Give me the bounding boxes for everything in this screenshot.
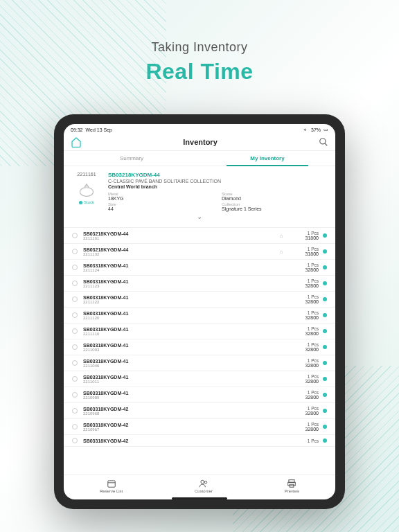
- calendar-icon: [107, 479, 116, 488]
- stone-value: Diamond: [222, 196, 327, 201]
- row-id: 2211161: [83, 236, 278, 240]
- row-sku: SB03218KYGDM-44: [83, 247, 278, 252]
- screen: 09:32 Wed 13 Sep ᯤ 37% ▭ Inventory Summa…: [64, 124, 335, 499]
- inventory-list[interactable]: SB03218KYGDM-442211161⌂1 Pcs31800SB03218…: [64, 228, 335, 475]
- status-dot-icon: [323, 329, 327, 333]
- tab-my-inventory[interactable]: My Inventory: [200, 151, 335, 166]
- row-id: 2210968: [83, 411, 278, 416]
- radio-icon[interactable]: [72, 312, 78, 318]
- radio-icon[interactable]: [72, 281, 78, 286]
- svg-point-2: [80, 188, 93, 197]
- row-sku: SB03318KYGDM-41: [83, 375, 278, 380]
- battery-pct: 37%: [311, 127, 321, 132]
- row-id: 2210967: [83, 427, 278, 432]
- row-sku: SB03318KYGDM-41: [83, 327, 278, 332]
- radio-icon[interactable]: [72, 438, 78, 443]
- radio-icon[interactable]: [72, 296, 78, 302]
- preview-button[interactable]: Preview: [285, 479, 299, 493]
- radio-icon[interactable]: [72, 233, 78, 238]
- row-price: 31800: [284, 251, 319, 256]
- home-indicator: [172, 497, 227, 499]
- customer-label: Customer: [195, 489, 213, 493]
- item-detail-card: 2211161 Stock SB03218KYGDM-44 C-CLASSIC …: [64, 166, 335, 228]
- list-item[interactable]: SB03218KYGDM-442211132⌂1 Pcs31800: [64, 244, 335, 260]
- row-sku: SB03318KYGDM-42: [83, 407, 278, 411]
- radio-icon[interactable]: [72, 376, 78, 382]
- status-dot-icon: [323, 233, 327, 238]
- list-item[interactable]: SB03318KYGDM-4122109891 Pcs32800: [64, 387, 335, 403]
- radio-icon[interactable]: [72, 392, 78, 398]
- home-icon[interactable]: [71, 136, 82, 148]
- status-date: Wed 13 Sep: [86, 127, 112, 132]
- row-sku: SB03218KYGDM-44: [83, 231, 278, 236]
- list-item[interactable]: SB03318KYGDM-4122110111 Pcs32800: [64, 371, 335, 387]
- list-item[interactable]: SB03318KYGDM-4122111241 Pcs32800: [64, 260, 335, 276]
- reserve-label: Reserve List: [100, 489, 123, 493]
- list-item[interactable]: SB03218KYGDM-442211161⌂1 Pcs31800: [64, 228, 335, 244]
- svg-point-6: [204, 481, 207, 484]
- wifi-icon: ᯤ: [303, 127, 308, 132]
- reserve-list-button[interactable]: Reserve List: [100, 479, 123, 493]
- status-dot-icon: [323, 313, 327, 317]
- metal-value: 18KYG: [108, 196, 213, 201]
- list-item[interactable]: SB03318KYGDM-4122111221 Pcs32800: [64, 292, 335, 308]
- page-title: Inventory: [183, 138, 218, 146]
- row-pcs: 1 Pcs: [284, 294, 319, 299]
- customer-button[interactable]: Customer: [195, 479, 213, 493]
- row-price: 32800: [284, 427, 319, 432]
- battery-icon: ▭: [323, 127, 328, 132]
- detail-sku: SB03218KYGDM-44: [108, 172, 327, 178]
- row-price: 32800: [284, 315, 319, 320]
- status-time: 09:32: [71, 127, 83, 132]
- row-price: 32800: [284, 363, 319, 368]
- preview-label: Preview: [285, 489, 299, 493]
- row-price: 32800: [284, 379, 319, 384]
- list-item[interactable]: SB03318KYGDM-4122111201 Pcs32800: [64, 308, 335, 323]
- row-pcs: 1 Pcs: [284, 374, 319, 379]
- row-sku: SB03318KYGDM-42: [83, 438, 278, 443]
- status-dot-icon: [323, 438, 327, 443]
- radio-icon[interactable]: [72, 360, 78, 366]
- list-item[interactable]: SB03318KYGDM-421 Pcs: [64, 435, 335, 447]
- row-id: 2211011: [83, 380, 278, 384]
- status-dot-icon: [323, 361, 327, 365]
- tabs: Summary My Inventory: [64, 151, 335, 166]
- radio-icon[interactable]: [72, 249, 78, 254]
- svg-rect-3: [107, 481, 115, 487]
- chevron-down-icon[interactable]: ⌄: [72, 211, 327, 222]
- list-item[interactable]: SB03318KYGDM-4222109671 Pcs32800: [64, 419, 335, 435]
- row-pcs: 1 Pcs: [284, 438, 319, 443]
- status-dot-icon: [323, 297, 327, 301]
- radio-icon[interactable]: [72, 328, 78, 334]
- list-item[interactable]: SB03318KYGDM-4122110931 Pcs32800: [64, 339, 335, 355]
- status-dot-icon: [323, 393, 327, 397]
- radio-icon[interactable]: [72, 265, 78, 270]
- svg-rect-8: [288, 482, 296, 486]
- radio-icon[interactable]: [72, 344, 78, 350]
- row-price: 32800: [284, 331, 319, 336]
- ring-icon: [76, 181, 98, 197]
- customer-icon: [199, 479, 209, 488]
- radio-icon[interactable]: [72, 408, 78, 414]
- list-item[interactable]: SB03318KYGDM-4122111161 Pcs32800: [64, 323, 335, 339]
- status-dot-icon: [323, 345, 327, 349]
- list-item[interactable]: SB03318KYGDM-4122110461 Pcs32800: [64, 355, 335, 371]
- row-pcs: 1 Pcs: [284, 278, 319, 283]
- row-id: 2211122: [83, 300, 278, 304]
- detail-branch: Central World branch: [108, 184, 327, 189]
- list-item[interactable]: SB03318KYGDM-4222109681 Pcs32800: [64, 403, 335, 419]
- tab-summary[interactable]: Summary: [64, 151, 200, 166]
- stock-badge: Stock: [79, 200, 94, 204]
- radio-icon[interactable]: [72, 424, 78, 429]
- status-dot-icon: [323, 425, 327, 429]
- row-pcs: 1 Pcs: [284, 422, 319, 427]
- search-icon[interactable]: [319, 137, 328, 147]
- row-sku: SB03318KYGDM-41: [83, 263, 278, 268]
- bottom-bar: Reserve List Customer Preview: [64, 475, 335, 495]
- row-id: 2210989: [83, 396, 278, 400]
- headline-main: Real Time: [0, 59, 399, 85]
- list-item[interactable]: SB03318KYGDM-4122111231 Pcs32800: [64, 276, 335, 292]
- row-id: 2211123: [83, 284, 278, 288]
- row-price: 32800: [284, 299, 319, 304]
- detail-collection: C-CLASSIC PAVÉ BAND SOLITAIRE COLLECTION: [108, 179, 327, 184]
